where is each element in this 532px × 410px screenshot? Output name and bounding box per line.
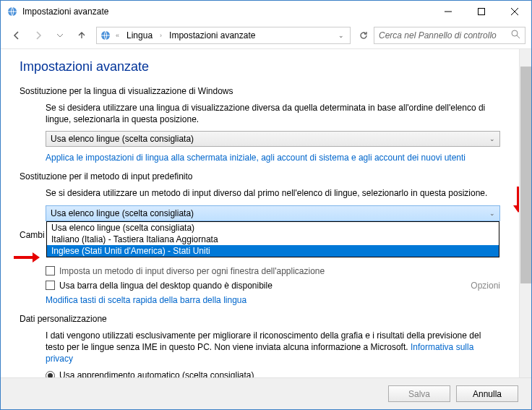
combo-value: Usa elenco lingue (scelta consigliata): [51, 134, 194, 144]
save-button[interactable]: Salva: [388, 385, 450, 402]
chevron-down-icon: ⌄: [489, 210, 495, 217]
window-title: Impostazioni avanzate: [22, 7, 432, 17]
checkbox-icon[interactable]: [46, 266, 55, 276]
titlebar: Impostazioni avanzate: [1, 1, 531, 22]
input-method-dropdown: Usa elenco lingue (scelta consigliata) I…: [46, 221, 499, 257]
checkbox-icon[interactable]: [46, 281, 55, 290]
content-area: Impostazioni avanzate Sostituzione per l…: [1, 49, 519, 377]
section4-header: Dati personalizzazione: [20, 314, 500, 324]
options-link[interactable]: Opzioni: [471, 281, 500, 291]
cb2-label: Usa barra della lingua del desktop quand…: [59, 281, 466, 291]
chevron-down-icon[interactable]: ⌄: [338, 32, 344, 39]
chevron-right-icon: ›: [158, 32, 163, 39]
svg-line-7: [517, 35, 520, 38]
minimize-button[interactable]: [432, 1, 465, 22]
search-input[interactable]: Cerca nel Pannello di controllo: [374, 27, 525, 44]
globe-icon: [100, 30, 111, 41]
section2-header: Sostituzione per il metodo di input pred…: [20, 171, 500, 181]
up-button[interactable]: [72, 25, 92, 46]
dropdown-option-english[interactable]: Inglese (Stati Uniti d'America) - Stati …: [47, 245, 499, 257]
svg-point-6: [512, 30, 518, 36]
footer: Salva Annulla: [1, 377, 531, 409]
back-button[interactable]: [7, 25, 27, 46]
chevron-right-icon: «: [114, 32, 121, 39]
radio-auto-learn[interactable]: Usa apprendimento automatico (scelta con…: [46, 370, 500, 377]
section2-body: Se si desidera utilizzare un metodo di i…: [46, 187, 500, 199]
forward-button[interactable]: [28, 25, 48, 46]
breadcrumb-lingua[interactable]: Lingua: [124, 29, 155, 42]
chevron-down-icon: ⌄: [489, 135, 495, 142]
close-button[interactable]: [498, 1, 531, 22]
radio-icon[interactable]: [46, 371, 55, 377]
breadcrumb[interactable]: « Lingua › Impostazioni avanzate ⌄: [96, 27, 351, 44]
navbar: « Lingua › Impostazioni avanzate ⌄ Cerca…: [1, 22, 531, 48]
app-icon: [7, 6, 18, 17]
refresh-button[interactable]: [355, 27, 372, 44]
cb1-label: Imposta un metodo di input diverso per o…: [59, 266, 325, 276]
section1-header: Sostituzione per la lingua di visualizza…: [20, 86, 500, 96]
cb-language-bar[interactable]: Usa barra della lingua del desktop quand…: [46, 281, 500, 291]
annotation-arrow-down: [513, 187, 519, 213]
recent-dropdown-icon[interactable]: [50, 25, 70, 46]
dropdown-option-default[interactable]: Usa elenco lingue (scelta consigliata): [47, 222, 499, 234]
annotation-arrow-right: [14, 252, 40, 262]
vertical-scrollbar[interactable]: [519, 49, 531, 377]
hotkeys-link[interactable]: Modifica tasti di scelta rapida della ba…: [46, 295, 246, 305]
section1-body: Se si desidera utilizzare una lingua di …: [46, 102, 500, 125]
scroll-thumb[interactable]: [520, 67, 531, 283]
page-title: Impostazioni avanzate: [20, 59, 500, 74]
cb-per-app-input[interactable]: Imposta un metodo di input diverso per o…: [46, 266, 500, 276]
search-icon: [511, 30, 520, 41]
display-language-combo[interactable]: Usa elenco lingue (scelta consigliata) ⌄: [46, 131, 500, 147]
dropdown-option-italian[interactable]: Italiano (Italia) - Tastiera Italiana Ag…: [47, 234, 499, 245]
maximize-button[interactable]: [465, 1, 498, 22]
apply-settings-link[interactable]: Applica le impostazioni di lingua alla s…: [46, 153, 466, 163]
input-method-combo[interactable]: Usa elenco lingue (scelta consigliata) ⌄…: [46, 205, 500, 221]
svg-rect-2: [479, 9, 485, 15]
radio1-label: Usa apprendimento automatico (scelta con…: [59, 370, 254, 377]
search-placeholder: Cerca nel Pannello di controllo: [379, 30, 511, 40]
breadcrumb-current[interactable]: Impostazioni avanzate: [166, 29, 258, 42]
section4-body: I dati vengono utilizzati esclusivamente…: [46, 330, 500, 365]
cancel-button[interactable]: Annulla: [456, 385, 518, 402]
combo-value: Usa elenco lingue (scelta consigliata): [51, 208, 194, 218]
